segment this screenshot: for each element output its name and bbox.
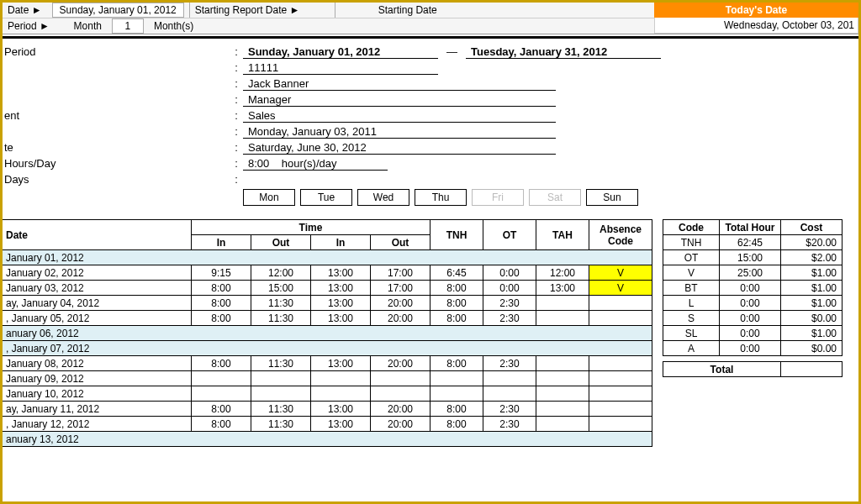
timesheet-table[interactable]: Date Time TNH OT TAH Absence Code In Out…	[3, 219, 652, 447]
cell[interactable]	[430, 386, 483, 402]
cell[interactable]	[536, 402, 589, 417]
cell[interactable]: 8:00	[430, 311, 483, 326]
cell[interactable]: V	[589, 281, 652, 296]
cell[interactable]: January 08, 2012	[3, 356, 192, 371]
cell[interactable]: 8:00	[430, 402, 483, 417]
table-row[interactable]: anuary 13, 2012	[3, 432, 652, 447]
cell[interactable]	[311, 371, 371, 386]
cell[interactable]: 0:00	[483, 281, 536, 296]
cell[interactable]	[589, 386, 652, 402]
cell[interactable]	[430, 371, 483, 386]
summary-table[interactable]: Code Total Hour Cost TNH62:45$20.00OT15:…	[663, 219, 843, 377]
cell[interactable]	[589, 371, 652, 386]
cell[interactable]: 11:30	[251, 311, 311, 326]
cell[interactable]	[192, 386, 251, 402]
table-row[interactable]: January 02, 20129:1512:0013:0017:006:450…	[3, 265, 652, 281]
cell[interactable]: January 10, 2012	[3, 386, 192, 402]
day-wed[interactable]: Wed	[357, 189, 409, 206]
cell[interactable]: 13:00	[311, 265, 371, 281]
cell[interactable]: , January 12, 2012	[3, 417, 192, 432]
cell[interactable]: 20:00	[371, 402, 430, 417]
cell[interactable]: 12:00	[536, 265, 589, 281]
cell[interactable]: 13:00	[311, 281, 371, 296]
cell[interactable]	[311, 386, 371, 402]
cell[interactable]: 20:00	[371, 356, 430, 371]
day-thu[interactable]: Thu	[415, 189, 467, 206]
summary-row[interactable]: A0:00$0.00	[663, 341, 843, 356]
cell[interactable]: 2:30	[483, 296, 536, 311]
cell[interactable]	[589, 417, 652, 432]
day-sun[interactable]: Sun	[586, 189, 638, 206]
cell[interactable]: 8:00	[192, 402, 251, 417]
summary-row[interactable]: TNH62:45$20.00	[663, 235, 843, 250]
cell[interactable]	[483, 386, 536, 402]
cell[interactable]: 0:00	[483, 265, 536, 281]
cell[interactable]: 8:00	[192, 356, 251, 371]
cell[interactable]: 13:00	[311, 356, 371, 371]
cell[interactable]: 13:00	[311, 417, 371, 432]
cell[interactable]: 13:00	[536, 281, 589, 296]
cell[interactable]: 2:30	[483, 402, 536, 417]
summary-row[interactable]: OT15:00$2.00	[663, 250, 843, 265]
table-row[interactable]: January 10, 2012	[3, 386, 652, 402]
summary-row[interactable]: S0:00$0.00	[663, 311, 843, 326]
cell[interactable]: 15:00	[251, 281, 311, 296]
table-row[interactable]: January 03, 20128:0015:0013:0017:008:000…	[3, 281, 652, 296]
day-mon[interactable]: Mon	[243, 189, 295, 206]
table-row[interactable]: January 09, 2012	[3, 371, 652, 386]
cell[interactable]: 8:00	[192, 311, 251, 326]
cell[interactable]: 2:30	[483, 356, 536, 371]
cell[interactable]: 17:00	[371, 265, 430, 281]
cell[interactable]: 13:00	[311, 402, 371, 417]
cell[interactable]: 8:00	[430, 281, 483, 296]
cell[interactable]: 17:00	[371, 281, 430, 296]
table-row[interactable]: ay, January 11, 20128:0011:3013:0020:008…	[3, 402, 652, 417]
cell[interactable]	[371, 386, 430, 402]
cell[interactable]	[589, 311, 652, 326]
cell[interactable]: 8:00	[430, 417, 483, 432]
cell[interactable]: January 03, 2012	[3, 281, 192, 296]
cell[interactable]: 8:00	[430, 356, 483, 371]
cell[interactable]: ay, January 04, 2012	[3, 296, 192, 311]
cell[interactable]: 11:30	[251, 417, 311, 432]
table-row[interactable]: , January 07, 2012	[3, 341, 652, 356]
cell[interactable]	[371, 371, 430, 386]
cell[interactable]	[536, 356, 589, 371]
cell[interactable]: 20:00	[371, 311, 430, 326]
cell[interactable]: 13:00	[311, 296, 371, 311]
day-sat[interactable]: Sat	[529, 189, 581, 206]
table-row[interactable]: January 01, 2012	[3, 250, 652, 265]
month-value[interactable]: 1	[112, 18, 144, 34]
cell[interactable]: 8:00	[192, 296, 251, 311]
cell[interactable]: 11:30	[251, 356, 311, 371]
cell[interactable]	[251, 386, 311, 402]
table-row[interactable]: ay, January 04, 20128:0011:3013:0020:008…	[3, 296, 652, 311]
day-tue[interactable]: Tue	[300, 189, 352, 206]
cell[interactable]: 8:00	[192, 281, 251, 296]
cell[interactable]: 9:15	[192, 265, 251, 281]
cell[interactable]	[192, 371, 251, 386]
cell[interactable]	[536, 417, 589, 432]
cell[interactable]	[536, 296, 589, 311]
cell[interactable]	[483, 371, 536, 386]
cell[interactable]	[251, 371, 311, 386]
cell[interactable]: 11:30	[251, 296, 311, 311]
cell[interactable]	[536, 386, 589, 402]
cell[interactable]: , January 05, 2012	[3, 311, 192, 326]
cell[interactable]: 6:45	[430, 265, 483, 281]
cell[interactable]	[536, 311, 589, 326]
table-row[interactable]: , January 05, 20128:0011:3013:0020:008:0…	[3, 311, 652, 326]
cell[interactable]	[589, 402, 652, 417]
cell[interactable]: 20:00	[371, 296, 430, 311]
cell[interactable]: 13:00	[311, 311, 371, 326]
cell[interactable]: V	[589, 265, 652, 281]
table-row[interactable]: , January 12, 20128:0011:3013:0020:008:0…	[3, 417, 652, 432]
cell[interactable]	[589, 296, 652, 311]
cell[interactable]: 20:00	[371, 417, 430, 432]
cell[interactable]: 2:30	[483, 311, 536, 326]
cell[interactable]: ay, January 11, 2012	[3, 402, 192, 417]
cell[interactable]: 8:00	[192, 417, 251, 432]
cell[interactable]: 11:30	[251, 402, 311, 417]
table-row[interactable]: January 08, 20128:0011:3013:0020:008:002…	[3, 356, 652, 371]
cell[interactable]: 2:30	[483, 417, 536, 432]
